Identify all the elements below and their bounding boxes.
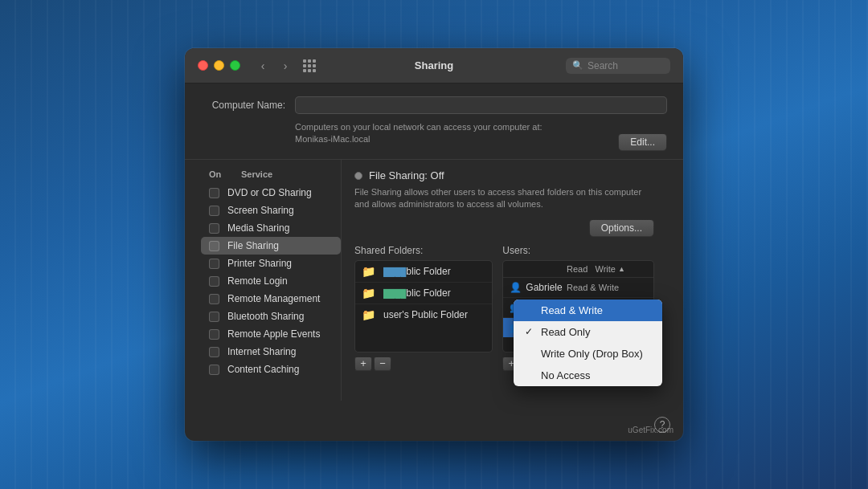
file-sharing-title: File Sharing: Off bbox=[369, 169, 444, 181]
bottom-bar: ? bbox=[185, 410, 683, 441]
shared-folders-list: 📁 ████blic Folder 📁 ████blic Folder 📁 us… bbox=[354, 260, 493, 352]
sidebar-item-content[interactable]: Content Caching bbox=[201, 361, 341, 378]
sidebar-item-dvd[interactable]: DVD or CD Sharing bbox=[201, 184, 341, 202]
sidebar-item-bluetooth[interactable]: Bluetooth Sharing bbox=[201, 308, 341, 325]
right-panel: File Sharing: Off File Sharing allows ot… bbox=[342, 160, 667, 401]
sidebar: On Service DVD or CD Sharing Screen Shar… bbox=[201, 160, 342, 401]
sidebar-item-media[interactable]: Media Sharing bbox=[201, 219, 341, 237]
dropdown-item-read-only[interactable]: ✓ Read Only bbox=[514, 321, 662, 343]
close-button[interactable] bbox=[198, 60, 208, 71]
internet-label: Internet Sharing bbox=[227, 346, 296, 357]
shared-folders-header: Shared Folders: bbox=[354, 245, 493, 256]
media-checkbox[interactable] bbox=[209, 223, 219, 234]
screen-label: Screen Sharing bbox=[227, 205, 294, 216]
preferences-window: ‹ › Sharing 🔍 Search Computer Name: Comp… bbox=[185, 48, 683, 441]
computer-name-label: Computer Name: bbox=[201, 100, 285, 111]
add-folder-button[interactable]: + bbox=[354, 357, 372, 371]
folders-controls: + − bbox=[354, 357, 493, 371]
dropdown-label-read-only: Read Only bbox=[541, 326, 590, 338]
dvd-checkbox[interactable] bbox=[209, 188, 219, 198]
folder-name-2: ████blic Folder bbox=[383, 287, 451, 299]
search-box[interactable]: 🔍 Search bbox=[566, 58, 670, 74]
status-dot bbox=[354, 172, 362, 180]
sidebar-header: On Service bbox=[201, 169, 341, 184]
computer-name-sub: Computers on your local network can acce… bbox=[295, 122, 667, 132]
printer-checkbox[interactable] bbox=[209, 259, 219, 269]
remote-mgmt-label: Remote Management bbox=[227, 293, 320, 304]
folder-icon-1: 📁 bbox=[362, 265, 375, 278]
folder-icon-3: 📁 bbox=[362, 308, 375, 321]
file-sharing-desc: File Sharing allows other users to acces… bbox=[354, 186, 654, 211]
dropdown-item-no-access[interactable]: No Access bbox=[514, 365, 662, 386]
screen-checkbox[interactable] bbox=[209, 206, 219, 216]
maximize-button[interactable] bbox=[230, 60, 240, 71]
search-placeholder: Search bbox=[588, 60, 618, 71]
options-row: Options... bbox=[354, 219, 654, 237]
bluetooth-label: Bluetooth Sharing bbox=[227, 311, 304, 322]
user-perm-gabriele: Read & Write bbox=[567, 283, 647, 292]
sidebar-item-internet[interactable]: Internet Sharing bbox=[201, 343, 341, 361]
media-label: Media Sharing bbox=[227, 222, 289, 234]
dropdown-item-write-only[interactable]: Write Only (Drop Box) bbox=[514, 343, 662, 365]
search-icon: 🔍 bbox=[572, 60, 583, 71]
perm-col-header: Read Write ▲ bbox=[567, 264, 647, 274]
users-header: Users: bbox=[502, 245, 654, 256]
dvd-label: DVD or CD Sharing bbox=[227, 187, 312, 198]
grid-icon[interactable] bbox=[303, 59, 316, 72]
sidebar-item-file[interactable]: File Sharing bbox=[201, 237, 341, 255]
computer-name-row: Computer Name: bbox=[201, 96, 667, 114]
on-column-header: On bbox=[209, 169, 225, 179]
remote-mgmt-checkbox[interactable] bbox=[209, 294, 219, 304]
remote-login-label: Remote Login bbox=[227, 275, 288, 287]
content-checkbox[interactable] bbox=[209, 365, 219, 375]
dropdown-item-read-write[interactable]: Read & Write bbox=[514, 300, 662, 321]
remote-login-checkbox[interactable] bbox=[209, 276, 219, 287]
users-section: Users: Read Write ▲ 👤 Gabriele Read & Wr… bbox=[502, 245, 654, 371]
sidebar-item-screen[interactable]: Screen Sharing bbox=[201, 202, 341, 219]
minimize-button[interactable] bbox=[214, 60, 224, 71]
back-button[interactable]: ‹ bbox=[253, 58, 272, 74]
internet-checkbox[interactable] bbox=[209, 347, 219, 357]
sidebar-item-remote-login[interactable]: Remote Login bbox=[201, 272, 341, 290]
apple-events-checkbox[interactable] bbox=[209, 329, 219, 340]
check-read-only: ✓ bbox=[525, 326, 534, 337]
file-label: File Sharing bbox=[227, 240, 279, 251]
computer-address: Monikas-iMac.local bbox=[295, 134, 371, 144]
sidebar-item-remote-mgmt[interactable]: Remote Management bbox=[201, 290, 341, 308]
dropdown-label-no-access: No Access bbox=[541, 369, 590, 381]
two-lists: Shared Folders: 📁 ████blic Folder 📁 ████… bbox=[354, 245, 654, 371]
file-checkbox[interactable] bbox=[209, 241, 219, 251]
forward-button[interactable]: › bbox=[276, 58, 295, 74]
watermark: uGetFix.com bbox=[628, 426, 674, 434]
users-list-header: Read Write ▲ bbox=[503, 261, 653, 278]
nav-buttons: ‹ › bbox=[253, 58, 295, 74]
remove-folder-button[interactable]: − bbox=[374, 357, 391, 371]
traffic-lights bbox=[198, 60, 240, 71]
content-label: Content Caching bbox=[227, 364, 299, 375]
sidebar-item-printer[interactable]: Printer Sharing bbox=[201, 255, 341, 272]
folder-row-2[interactable]: 📁 ████blic Folder bbox=[355, 283, 492, 304]
edit-button[interactable]: Edit... bbox=[618, 133, 667, 151]
folder-row-1[interactable]: 📁 ████blic Folder bbox=[355, 261, 492, 283]
bluetooth-checkbox[interactable] bbox=[209, 312, 219, 322]
dropdown-label-write-only: Write Only (Drop Box) bbox=[541, 348, 643, 360]
folder-row-3[interactable]: 📁 user's Public Folder bbox=[355, 304, 492, 325]
user-name-gabriele: Gabriele bbox=[526, 282, 567, 293]
apple-events-label: Remote Apple Events bbox=[227, 328, 320, 340]
main-layout: On Service DVD or CD Sharing Screen Shar… bbox=[201, 160, 667, 401]
folder-name-1: ████blic Folder bbox=[383, 266, 451, 277]
dropdown-label-read-write: Read & Write bbox=[541, 304, 603, 316]
name-col-header bbox=[510, 264, 567, 274]
user-row-gabriele[interactable]: 👤 Gabriele Read & Write bbox=[503, 278, 653, 298]
folder-icon-2: 📁 bbox=[362, 287, 375, 300]
sidebar-item-apple-events[interactable]: Remote Apple Events bbox=[201, 325, 341, 343]
printer-label: Printer Sharing bbox=[227, 258, 292, 269]
file-sharing-header: File Sharing: Off bbox=[354, 169, 654, 181]
permission-dropdown: Read & Write ✓ Read Only Write Only (Dro… bbox=[514, 300, 662, 386]
content-area: Computer Name: Computers on your local n… bbox=[185, 84, 683, 410]
options-button[interactable]: Options... bbox=[589, 219, 654, 237]
computer-name-input[interactable] bbox=[295, 96, 667, 114]
shared-folders-section: Shared Folders: 📁 ████blic Folder 📁 ████… bbox=[354, 245, 493, 371]
user-icon-gabriele: 👤 bbox=[510, 282, 522, 293]
title-bar: ‹ › Sharing 🔍 Search bbox=[185, 48, 683, 84]
